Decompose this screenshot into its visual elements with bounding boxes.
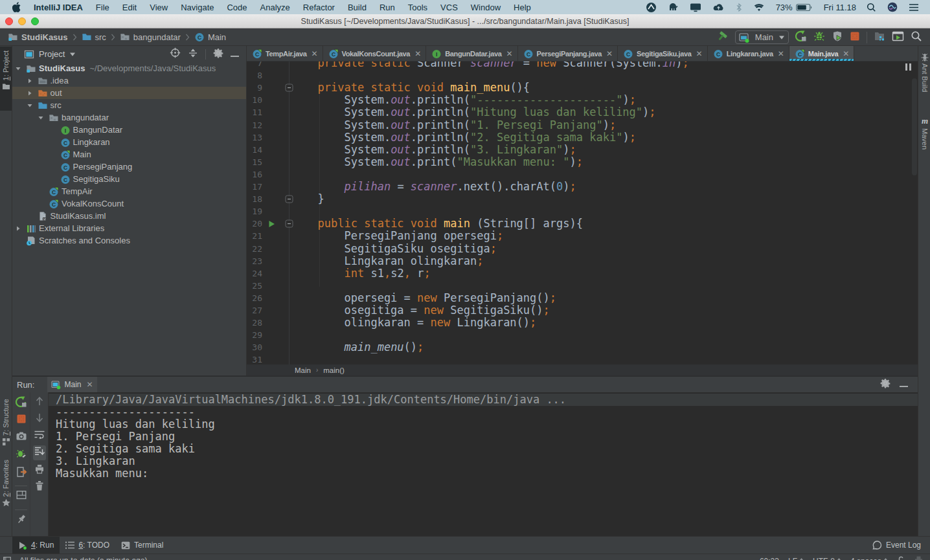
tab-tempair-java[interactable]: CTempAir.java✕ [247, 46, 323, 61]
menu-help[interactable]: Help [507, 0, 538, 14]
tree-expanded-arrow[interactable] [15, 65, 23, 72]
tab-close-icon[interactable]: ✕ [843, 49, 849, 58]
editor-breadcrumb-main[interactable]: main() [323, 366, 345, 374]
locate-file-button[interactable] [170, 47, 181, 61]
caret-position-widget[interactable]: 60:23 [760, 557, 779, 560]
console-output[interactable]: /Library/Java/JavaVirtualMachines/jdk1.8… [49, 392, 918, 536]
tab-close-icon[interactable]: ✕ [778, 49, 784, 58]
indent-widget[interactable]: 4 spaces [850, 557, 888, 560]
tree-item-src[interactable]: src [12, 99, 246, 111]
stripe-button-2-favorites[interactable]: 2: Favorites [0, 456, 12, 515]
window-title-bar[interactable]: StudiKasus [~/Developments/Java/StudiKas… [0, 14, 930, 28]
editor[interactable]: 7 private static Scanner scanner = new S… [247, 62, 918, 364]
run-tab-close-icon[interactable]: ✕ [86, 380, 93, 389]
menu-file[interactable]: File [89, 0, 116, 14]
run-line-icon[interactable] [268, 220, 275, 228]
run-settings-button[interactable] [880, 378, 890, 391]
readonly-lock[interactable] [897, 556, 905, 560]
menu-notification-list[interactable] [909, 3, 919, 12]
tree-item-out[interactable]: out [12, 87, 246, 99]
tree-collapsed-arrow[interactable] [27, 78, 34, 84]
close-window-button[interactable] [5, 17, 13, 25]
tab-close-icon[interactable]: ✕ [506, 49, 513, 58]
tree-item-vokalkonscount[interactable]: CVokalKonsCount [12, 197, 246, 210]
prev-occurrence-button[interactable] [35, 396, 44, 409]
toolwindow-button-6-todo[interactable]: 6: TODO [60, 537, 115, 554]
tree-collapsed-arrow[interactable] [15, 225, 23, 232]
run-tab-main[interactable]: Main✕ [47, 377, 96, 392]
tab-close-icon[interactable]: ✕ [606, 49, 613, 58]
menu-intellij-idea[interactable]: IntelliJ IDEA [34, 0, 89, 14]
pin-tab-button[interactable] [16, 514, 27, 527]
menu-spotlight[interactable] [867, 3, 876, 12]
tree-item-studikasus[interactable]: StudiKasus~/Developments/Java/StudiKasus [12, 62, 246, 74]
menu-analyze[interactable]: Analyze [254, 0, 297, 14]
menu-tools[interactable]: Tools [402, 0, 434, 14]
tab-persegipanjang-java[interactable]: CPersegiPanjang.java✕ [518, 46, 618, 61]
toolwindow-button-4-run[interactable]: 4: Run [12, 537, 60, 554]
line-ending-widget[interactable]: LF [788, 557, 804, 560]
tree-item-persegipanjang[interactable]: CPersegiPanjang [12, 161, 246, 173]
print-console-button[interactable] [34, 464, 45, 476]
tab-close-icon[interactable]: ✕ [311, 49, 317, 58]
stripe-button-7-structure[interactable]: 7: Structure [0, 395, 12, 453]
tree-expanded-arrow[interactable] [27, 102, 34, 109]
run-anything-button[interactable] [892, 31, 904, 43]
thread-dump-button[interactable] [16, 431, 27, 443]
minimize-window-button[interactable] [18, 17, 26, 25]
battery[interactable] [796, 3, 813, 12]
panel-settings-button[interactable] [213, 48, 223, 61]
menu-navigate[interactable]: Navigate [174, 0, 220, 14]
debug-button[interactable] [813, 30, 825, 44]
run-with-coverage-button[interactable] [832, 30, 843, 44]
menu-status-bluetooth[interactable] [736, 3, 742, 12]
tree-item-segitigasiku[interactable]: CSegitigaSiku [12, 173, 246, 185]
tree-item-lingkaran[interactable]: CLingkaran [12, 136, 246, 148]
attach-debugger-button[interactable] [16, 449, 27, 463]
tree-expanded-arrow[interactable] [38, 115, 45, 121]
tab-vokalkonscount-java[interactable]: CVokalKonsCount.java✕ [323, 46, 427, 61]
toolwindow-button-event-log[interactable]: Event Log [872, 541, 921, 550]
inspections-paused-icon[interactable] [905, 63, 911, 71]
tree-item-main[interactable]: CMain [12, 148, 246, 161]
exit-button[interactable] [16, 466, 27, 480]
tab-lingkaran-java[interactable]: CLingkaran.java✕ [708, 46, 789, 61]
next-occurrence-button[interactable] [35, 413, 44, 425]
menu-vcs[interactable]: VCS [434, 0, 464, 14]
hide-run-panel-button[interactable] [900, 379, 909, 390]
menu-status-display[interactable] [690, 3, 701, 12]
clear-console-button[interactable] [35, 480, 44, 493]
editor-scrollbar[interactable] [912, 78, 917, 175]
stripe-button-maven[interactable]: mMaven [919, 116, 930, 166]
menu-status-elephant[interactable] [668, 2, 679, 12]
menu-refactor[interactable]: Refactor [297, 0, 341, 14]
breadcrumb-studikasus[interactable]: StudiKasus [8, 32, 68, 42]
rerun-button[interactable] [16, 396, 27, 410]
stripe-button-1-project[interactable]: 1: Project [0, 47, 12, 111]
tree-item-scratches-and-consoles[interactable]: Scratches and Consoles [12, 234, 246, 247]
menu-code[interactable]: Code [220, 0, 253, 14]
toolwindow-button-terminal[interactable]: Terminal [115, 537, 169, 554]
tab-bangundatar-java[interactable]: IBangunDatar.java✕ [426, 46, 517, 61]
menu-view[interactable]: View [143, 0, 174, 14]
editor-breadcrumb-Main[interactable]: Main [295, 366, 311, 374]
breadcrumb-main[interactable]: CMain [194, 32, 226, 42]
rerun-button[interactable] [795, 30, 807, 44]
search-everywhere-button[interactable] [911, 30, 922, 44]
restore-layout-button[interactable] [16, 490, 27, 502]
hide-panel-button[interactable] [231, 49, 240, 60]
tree-item-bangundatar[interactable]: bangundatar [12, 111, 246, 124]
tab-main-java[interactable]: CMain.java✕ [789, 46, 854, 61]
menu-status-wifi[interactable] [753, 3, 765, 12]
tree-item-tempair[interactable]: CTempAir [12, 185, 246, 197]
menu-run[interactable]: Run [373, 0, 402, 14]
menu-build[interactable]: Build [341, 0, 373, 14]
stop-button[interactable] [16, 414, 27, 427]
build-project-button[interactable] [716, 30, 729, 45]
soft-wrap-button[interactable] [34, 430, 45, 442]
menu-edit[interactable]: Edit [116, 0, 143, 14]
menu-window[interactable]: Window [464, 0, 507, 14]
encoding-widget[interactable]: UTF-8 [813, 557, 841, 560]
breadcrumb-bangundatar[interactable]: bangundatar [120, 32, 181, 42]
highlighting-level[interactable] [914, 556, 924, 560]
